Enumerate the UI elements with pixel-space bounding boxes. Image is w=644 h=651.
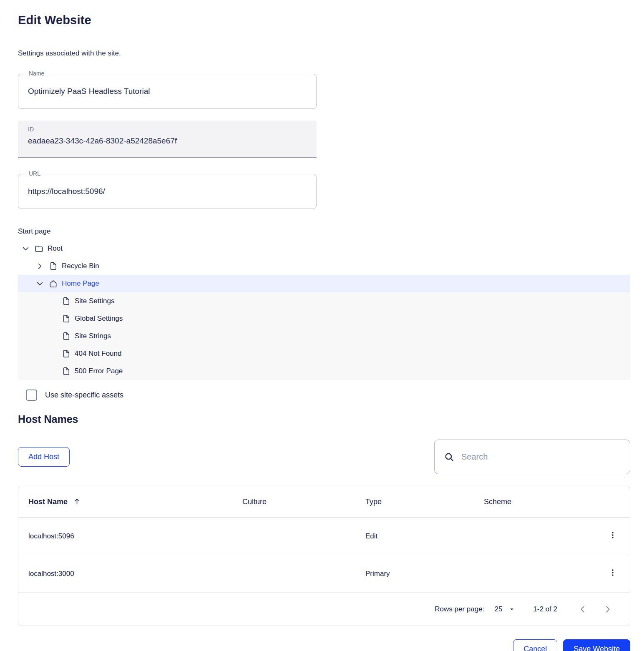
- name-field: Name: [18, 74, 317, 109]
- row-actions-kebab-icon[interactable]: [608, 530, 617, 540]
- chevron-right-icon[interactable]: [35, 261, 45, 271]
- host-names-toolbar: Add Host: [18, 440, 630, 474]
- host-search-box: [434, 440, 630, 474]
- scheme-cell: [474, 555, 598, 593]
- culture-cell: [232, 518, 355, 555]
- document-icon: [61, 297, 71, 306]
- search-icon: [444, 452, 455, 462]
- site-assets-checkbox-row: Use site-specific assets: [18, 390, 630, 401]
- edit-website-form: Edit Website Settings associated with th…: [18, 0, 630, 651]
- tree-item-label: Site Settings: [75, 297, 114, 305]
- column-header-actions: [598, 486, 630, 518]
- rows-per-page-select[interactable]: 25: [494, 605, 516, 613]
- column-header-host-name[interactable]: Host Name: [18, 486, 232, 518]
- id-field-label: ID: [28, 126, 307, 133]
- dropdown-arrow-icon: [508, 606, 516, 613]
- url-input[interactable]: [18, 174, 316, 209]
- tree-item-500-error-page[interactable]: 500 Error Page: [18, 362, 630, 380]
- host-names-table: Host Name Culture Type Scheme localhost:…: [18, 486, 630, 626]
- form-actions: Cancel Save Website: [18, 639, 630, 651]
- column-header-scheme[interactable]: Scheme: [474, 486, 598, 518]
- chevron-down-icon[interactable]: [35, 279, 45, 289]
- column-header-culture[interactable]: Culture: [232, 486, 355, 518]
- tree-item-404-not-found[interactable]: 404 Not Found: [18, 345, 630, 362]
- host-name-cell: localhost:3000: [18, 555, 232, 593]
- tree-item-label: Home Page: [62, 279, 99, 288]
- page-subtitle: Settings associated with the site.: [18, 49, 630, 58]
- start-page-tree: Root Recycle Bin Home Page: [18, 240, 630, 380]
- tree-item-site-strings[interactable]: Site Strings: [18, 327, 630, 345]
- type-cell: Edit: [355, 518, 474, 555]
- table-row: localhost:5096 Edit: [18, 518, 630, 555]
- tree-item-global-settings[interactable]: Global Settings: [18, 310, 630, 327]
- tree-item-recycle-bin[interactable]: Recycle Bin: [18, 257, 630, 275]
- folder-icon: [34, 244, 44, 254]
- next-page-icon[interactable]: [603, 605, 612, 614]
- tree-item-label: Root: [48, 244, 63, 253]
- name-field-label: Name: [26, 70, 47, 77]
- table-header-row: Host Name Culture Type Scheme: [18, 486, 630, 518]
- site-assets-checkbox-label: Use site-specific assets: [45, 391, 123, 400]
- site-assets-checkbox[interactable]: [26, 390, 37, 401]
- tree-item-label: 404 Not Found: [75, 349, 121, 358]
- name-input[interactable]: [18, 74, 316, 108]
- table-pagination: Rows per page: 25 1-2 of 2: [18, 593, 630, 626]
- start-page-label: Start page: [18, 227, 630, 236]
- column-header-type[interactable]: Type: [355, 486, 474, 518]
- tree-item-home-page[interactable]: Home Page: [18, 275, 630, 292]
- cancel-button[interactable]: Cancel: [513, 639, 557, 651]
- chevron-down-icon[interactable]: [21, 244, 30, 254]
- tree-item-label: 500 Error Page: [75, 367, 123, 375]
- host-name-cell: localhost:5096: [18, 518, 232, 555]
- add-host-button[interactable]: Add Host: [18, 447, 70, 467]
- save-website-button[interactable]: Save Website: [563, 639, 630, 651]
- tree-item-site-settings[interactable]: Site Settings: [18, 292, 630, 310]
- host-names-heading: Host Names: [18, 413, 630, 425]
- tree-item-root[interactable]: Root: [18, 240, 630, 257]
- column-header-label: Host Name: [28, 498, 68, 506]
- url-field: URL: [18, 174, 317, 209]
- sort-ascending-icon: [73, 498, 81, 505]
- tree-item-label: Recycle Bin: [62, 262, 99, 270]
- id-field: ID: [18, 121, 317, 158]
- pagination-range-label: 1-2 of 2: [533, 605, 557, 613]
- page-title: Edit Website: [18, 0, 630, 27]
- url-field-label: URL: [26, 170, 43, 177]
- rows-per-page-value: 25: [494, 605, 502, 613]
- previous-page-icon[interactable]: [578, 605, 587, 614]
- tree-item-label: Site Strings: [75, 332, 111, 340]
- document-icon: [48, 261, 58, 271]
- tree-children-group: Site Settings Global Settings Site Strin…: [18, 292, 630, 380]
- home-icon: [48, 279, 58, 289]
- row-actions-kebab-icon[interactable]: [608, 568, 617, 577]
- culture-cell: [232, 555, 355, 593]
- rows-per-page-label: Rows per page:: [435, 605, 484, 613]
- document-icon: [61, 332, 71, 341]
- table-row: localhost:3000 Primary: [18, 555, 630, 593]
- id-input: [28, 136, 307, 146]
- type-cell: Primary: [355, 555, 474, 593]
- document-icon: [61, 367, 71, 376]
- host-search-input[interactable]: [461, 452, 621, 462]
- tree-item-label: Global Settings: [75, 314, 123, 323]
- scheme-cell: [474, 518, 598, 555]
- document-icon: [61, 314, 71, 324]
- document-icon: [61, 349, 71, 359]
